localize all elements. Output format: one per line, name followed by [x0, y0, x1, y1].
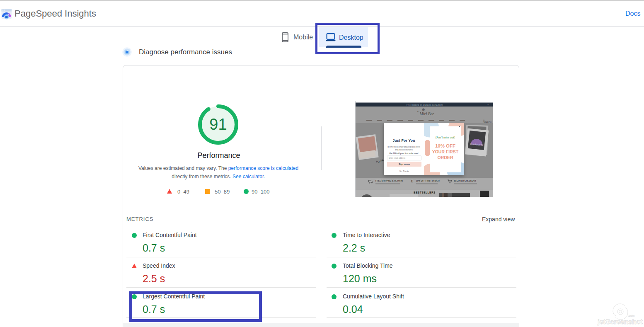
svg-text:jetScreenshot: jetScreenshot: [597, 318, 643, 326]
svg-text:.com: .com: [628, 314, 634, 317]
